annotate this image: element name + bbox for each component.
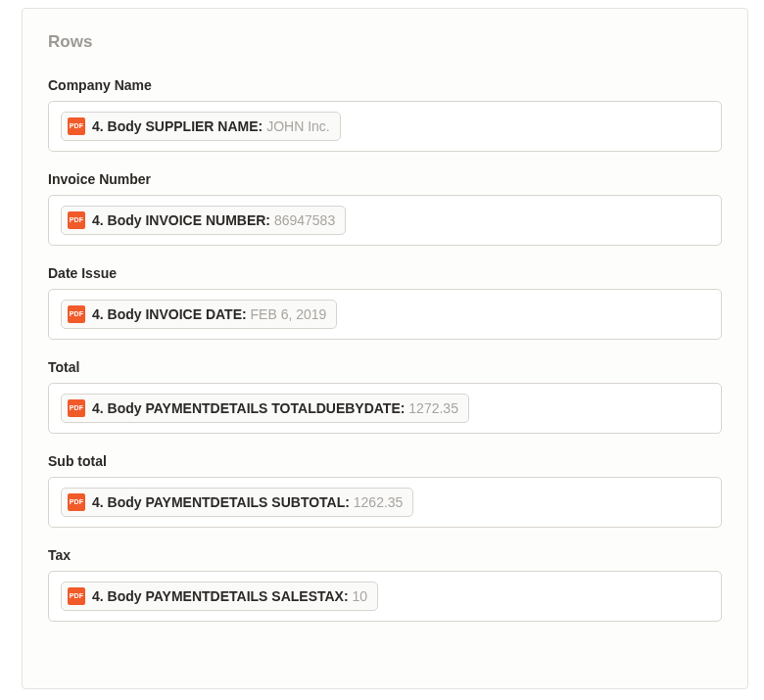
- pdf-icon: PDF: [68, 587, 85, 605]
- chip-key-invoice-number: 4. Body INVOICE NUMBER:: [92, 212, 270, 228]
- pdf-icon-text: PDF: [70, 310, 84, 318]
- chip-value-sub-total: 1262.35: [354, 494, 404, 510]
- field-group-date-issue: Date Issue PDF 4. Body INVOICE DATE: FEB…: [48, 265, 722, 340]
- chip-value-tax: 10: [353, 588, 368, 604]
- chip-key-company-name: 4. Body SUPPLIER NAME:: [92, 118, 263, 134]
- field-group-company-name: Company Name PDF 4. Body SUPPLIER NAME: …: [48, 77, 722, 152]
- field-box-date-issue[interactable]: PDF 4. Body INVOICE DATE: FEB 6, 2019: [48, 289, 722, 340]
- pdf-icon-text: PDF: [70, 498, 84, 506]
- pdf-icon-text: PDF: [70, 122, 84, 130]
- chip-value-total: 1272.35: [408, 400, 458, 416]
- field-box-invoice-number[interactable]: PDF 4. Body INVOICE NUMBER: 86947583: [48, 195, 722, 246]
- chip-value-invoice-number: 86947583: [274, 212, 335, 228]
- chip-value-date-issue: FEB 6, 2019: [251, 306, 327, 322]
- field-label-date-issue: Date Issue: [48, 265, 722, 281]
- field-label-tax: Tax: [48, 547, 722, 563]
- field-label-company-name: Company Name: [48, 77, 722, 93]
- chip-date-issue[interactable]: PDF 4. Body INVOICE DATE: FEB 6, 2019: [61, 300, 337, 329]
- field-label-total: Total: [48, 359, 722, 375]
- field-group-tax: Tax PDF 4. Body PAYMENTDETAILS SALESTAX:…: [48, 547, 722, 622]
- chip-key-sub-total: 4. Body PAYMENTDETAILS SUBTOTAL:: [92, 494, 350, 510]
- field-label-sub-total: Sub total: [48, 453, 722, 469]
- field-box-sub-total[interactable]: PDF 4. Body PAYMENTDETAILS SUBTOTAL: 126…: [48, 477, 722, 528]
- field-label-invoice-number: Invoice Number: [48, 171, 722, 187]
- chip-sub-total[interactable]: PDF 4. Body PAYMENTDETAILS SUBTOTAL: 126…: [61, 488, 413, 517]
- section-title: Rows: [48, 32, 722, 52]
- chip-key-total: 4. Body PAYMENTDETAILS TOTALDUEBYDATE:: [92, 400, 405, 416]
- field-group-total: Total PDF 4. Body PAYMENTDETAILS TOTALDU…: [48, 359, 722, 434]
- pdf-icon: PDF: [68, 399, 85, 417]
- pdf-icon-text: PDF: [70, 216, 84, 224]
- pdf-icon: PDF: [68, 211, 85, 229]
- field-box-total[interactable]: PDF 4. Body PAYMENTDETAILS TOTALDUEBYDAT…: [48, 383, 722, 434]
- field-group-invoice-number: Invoice Number PDF 4. Body INVOICE NUMBE…: [48, 171, 722, 246]
- chip-tax[interactable]: PDF 4. Body PAYMENTDETAILS SALESTAX: 10: [61, 582, 378, 611]
- field-group-sub-total: Sub total PDF 4. Body PAYMENTDETAILS SUB…: [48, 453, 722, 528]
- chip-company-name[interactable]: PDF 4. Body SUPPLIER NAME: JOHN Inc.: [61, 112, 341, 141]
- chip-total[interactable]: PDF 4. Body PAYMENTDETAILS TOTALDUEBYDAT…: [61, 394, 469, 423]
- rows-panel: Rows Company Name PDF 4. Body SUPPLIER N…: [22, 8, 748, 689]
- chip-invoice-number[interactable]: PDF 4. Body INVOICE NUMBER: 86947583: [61, 206, 346, 235]
- pdf-icon: PDF: [68, 493, 85, 511]
- chip-key-tax: 4. Body PAYMENTDETAILS SALESTAX:: [92, 588, 349, 604]
- pdf-icon-text: PDF: [70, 592, 84, 600]
- field-box-tax[interactable]: PDF 4. Body PAYMENTDETAILS SALESTAX: 10: [48, 571, 722, 622]
- pdf-icon: PDF: [68, 305, 85, 323]
- field-box-company-name[interactable]: PDF 4. Body SUPPLIER NAME: JOHN Inc.: [48, 101, 722, 152]
- chip-value-company-name: JOHN Inc.: [266, 118, 330, 134]
- pdf-icon: PDF: [68, 117, 85, 135]
- chip-key-date-issue: 4. Body INVOICE DATE:: [92, 306, 247, 322]
- pdf-icon-text: PDF: [70, 404, 84, 412]
